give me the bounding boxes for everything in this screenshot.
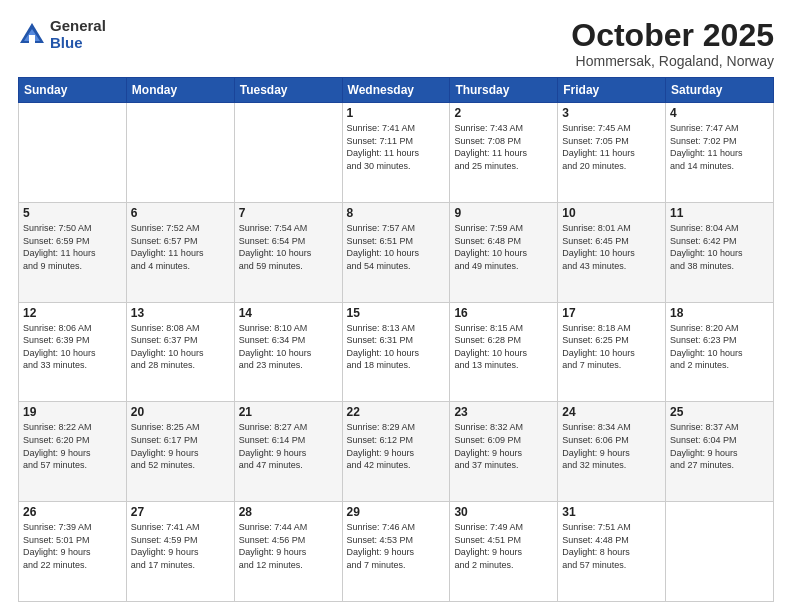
table-row <box>19 103 127 203</box>
table-row: 7Sunrise: 7:54 AM Sunset: 6:54 PM Daylig… <box>234 202 342 302</box>
day-info: Sunrise: 7:52 AM Sunset: 6:57 PM Dayligh… <box>131 222 230 272</box>
day-info: Sunrise: 7:54 AM Sunset: 6:54 PM Dayligh… <box>239 222 338 272</box>
logo-general-text: General <box>50 18 106 35</box>
day-number: 27 <box>131 505 230 519</box>
table-row: 13Sunrise: 8:08 AM Sunset: 6:37 PM Dayli… <box>126 302 234 402</box>
day-number: 30 <box>454 505 553 519</box>
month-title: October 2025 <box>571 18 774 53</box>
day-info: Sunrise: 7:51 AM Sunset: 4:48 PM Dayligh… <box>562 521 661 571</box>
table-row: 14Sunrise: 8:10 AM Sunset: 6:34 PM Dayli… <box>234 302 342 402</box>
day-number: 11 <box>670 206 769 220</box>
day-number: 1 <box>347 106 446 120</box>
day-info: Sunrise: 8:22 AM Sunset: 6:20 PM Dayligh… <box>23 421 122 471</box>
logo: General Blue <box>18 18 106 51</box>
day-number: 25 <box>670 405 769 419</box>
day-info: Sunrise: 7:50 AM Sunset: 6:59 PM Dayligh… <box>23 222 122 272</box>
day-info: Sunrise: 7:44 AM Sunset: 4:56 PM Dayligh… <box>239 521 338 571</box>
day-info: Sunrise: 8:37 AM Sunset: 6:04 PM Dayligh… <box>670 421 769 471</box>
day-number: 20 <box>131 405 230 419</box>
day-number: 6 <box>131 206 230 220</box>
col-sunday: Sunday <box>19 78 127 103</box>
day-info: Sunrise: 7:47 AM Sunset: 7:02 PM Dayligh… <box>670 122 769 172</box>
day-info: Sunrise: 8:10 AM Sunset: 6:34 PM Dayligh… <box>239 322 338 372</box>
day-info: Sunrise: 7:59 AM Sunset: 6:48 PM Dayligh… <box>454 222 553 272</box>
table-row: 5Sunrise: 7:50 AM Sunset: 6:59 PM Daylig… <box>19 202 127 302</box>
day-number: 10 <box>562 206 661 220</box>
day-info: Sunrise: 8:29 AM Sunset: 6:12 PM Dayligh… <box>347 421 446 471</box>
table-row <box>126 103 234 203</box>
title-block: October 2025 Hommersak, Rogaland, Norway <box>571 18 774 69</box>
day-info: Sunrise: 7:45 AM Sunset: 7:05 PM Dayligh… <box>562 122 661 172</box>
day-number: 13 <box>131 306 230 320</box>
table-row: 10Sunrise: 8:01 AM Sunset: 6:45 PM Dayli… <box>558 202 666 302</box>
day-number: 3 <box>562 106 661 120</box>
calendar-week-5: 26Sunrise: 7:39 AM Sunset: 5:01 PM Dayli… <box>19 502 774 602</box>
day-info: Sunrise: 8:15 AM Sunset: 6:28 PM Dayligh… <box>454 322 553 372</box>
logo-blue-text: Blue <box>50 35 106 52</box>
day-info: Sunrise: 8:25 AM Sunset: 6:17 PM Dayligh… <box>131 421 230 471</box>
day-info: Sunrise: 7:46 AM Sunset: 4:53 PM Dayligh… <box>347 521 446 571</box>
day-number: 22 <box>347 405 446 419</box>
day-number: 21 <box>239 405 338 419</box>
day-info: Sunrise: 8:13 AM Sunset: 6:31 PM Dayligh… <box>347 322 446 372</box>
location-subtitle: Hommersak, Rogaland, Norway <box>571 53 774 69</box>
day-info: Sunrise: 8:27 AM Sunset: 6:14 PM Dayligh… <box>239 421 338 471</box>
table-row: 19Sunrise: 8:22 AM Sunset: 6:20 PM Dayli… <box>19 402 127 502</box>
day-number: 15 <box>347 306 446 320</box>
col-saturday: Saturday <box>666 78 774 103</box>
day-number: 8 <box>347 206 446 220</box>
day-number: 4 <box>670 106 769 120</box>
table-row: 3Sunrise: 7:45 AM Sunset: 7:05 PM Daylig… <box>558 103 666 203</box>
day-number: 31 <box>562 505 661 519</box>
day-info: Sunrise: 8:18 AM Sunset: 6:25 PM Dayligh… <box>562 322 661 372</box>
calendar-week-1: 1Sunrise: 7:41 AM Sunset: 7:11 PM Daylig… <box>19 103 774 203</box>
table-row: 26Sunrise: 7:39 AM Sunset: 5:01 PM Dayli… <box>19 502 127 602</box>
calendar-header-row: Sunday Monday Tuesday Wednesday Thursday… <box>19 78 774 103</box>
table-row: 28Sunrise: 7:44 AM Sunset: 4:56 PM Dayli… <box>234 502 342 602</box>
table-row: 24Sunrise: 8:34 AM Sunset: 6:06 PM Dayli… <box>558 402 666 502</box>
logo-icon <box>18 21 46 49</box>
day-info: Sunrise: 8:34 AM Sunset: 6:06 PM Dayligh… <box>562 421 661 471</box>
table-row: 8Sunrise: 7:57 AM Sunset: 6:51 PM Daylig… <box>342 202 450 302</box>
day-number: 16 <box>454 306 553 320</box>
table-row: 6Sunrise: 7:52 AM Sunset: 6:57 PM Daylig… <box>126 202 234 302</box>
table-row: 31Sunrise: 7:51 AM Sunset: 4:48 PM Dayli… <box>558 502 666 602</box>
svg-rect-2 <box>29 35 35 43</box>
table-row: 4Sunrise: 7:47 AM Sunset: 7:02 PM Daylig… <box>666 103 774 203</box>
day-number: 29 <box>347 505 446 519</box>
day-info: Sunrise: 8:20 AM Sunset: 6:23 PM Dayligh… <box>670 322 769 372</box>
day-number: 28 <box>239 505 338 519</box>
table-row: 22Sunrise: 8:29 AM Sunset: 6:12 PM Dayli… <box>342 402 450 502</box>
table-row: 18Sunrise: 8:20 AM Sunset: 6:23 PM Dayli… <box>666 302 774 402</box>
day-number: 9 <box>454 206 553 220</box>
day-number: 5 <box>23 206 122 220</box>
day-info: Sunrise: 8:06 AM Sunset: 6:39 PM Dayligh… <box>23 322 122 372</box>
table-row: 21Sunrise: 8:27 AM Sunset: 6:14 PM Dayli… <box>234 402 342 502</box>
day-number: 24 <box>562 405 661 419</box>
day-info: Sunrise: 7:57 AM Sunset: 6:51 PM Dayligh… <box>347 222 446 272</box>
table-row: 17Sunrise: 8:18 AM Sunset: 6:25 PM Dayli… <box>558 302 666 402</box>
table-row: 16Sunrise: 8:15 AM Sunset: 6:28 PM Dayli… <box>450 302 558 402</box>
col-tuesday: Tuesday <box>234 78 342 103</box>
day-info: Sunrise: 8:32 AM Sunset: 6:09 PM Dayligh… <box>454 421 553 471</box>
day-number: 17 <box>562 306 661 320</box>
day-info: Sunrise: 8:01 AM Sunset: 6:45 PM Dayligh… <box>562 222 661 272</box>
day-number: 26 <box>23 505 122 519</box>
day-number: 2 <box>454 106 553 120</box>
day-number: 19 <box>23 405 122 419</box>
table-row: 11Sunrise: 8:04 AM Sunset: 6:42 PM Dayli… <box>666 202 774 302</box>
day-number: 14 <box>239 306 338 320</box>
table-row: 23Sunrise: 8:32 AM Sunset: 6:09 PM Dayli… <box>450 402 558 502</box>
logo-text: General Blue <box>50 18 106 51</box>
day-number: 12 <box>23 306 122 320</box>
table-row: 29Sunrise: 7:46 AM Sunset: 4:53 PM Dayli… <box>342 502 450 602</box>
header: General Blue October 2025 Hommersak, Rog… <box>18 18 774 69</box>
table-row: 25Sunrise: 8:37 AM Sunset: 6:04 PM Dayli… <box>666 402 774 502</box>
table-row: 30Sunrise: 7:49 AM Sunset: 4:51 PM Dayli… <box>450 502 558 602</box>
day-info: Sunrise: 8:04 AM Sunset: 6:42 PM Dayligh… <box>670 222 769 272</box>
day-info: Sunrise: 7:49 AM Sunset: 4:51 PM Dayligh… <box>454 521 553 571</box>
col-thursday: Thursday <box>450 78 558 103</box>
calendar-week-2: 5Sunrise: 7:50 AM Sunset: 6:59 PM Daylig… <box>19 202 774 302</box>
day-info: Sunrise: 7:39 AM Sunset: 5:01 PM Dayligh… <box>23 521 122 571</box>
day-info: Sunrise: 7:43 AM Sunset: 7:08 PM Dayligh… <box>454 122 553 172</box>
